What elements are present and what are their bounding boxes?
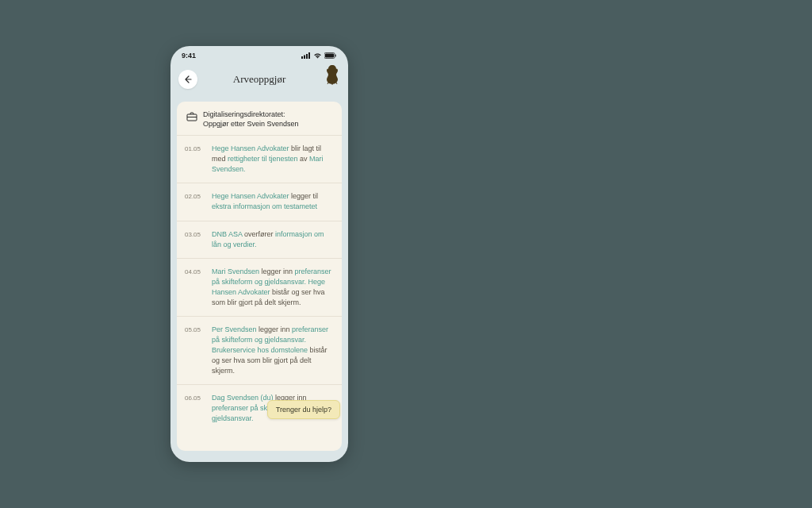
svg-rect-0 [301,56,303,59]
signal-icon [301,52,311,59]
feed-text: av [298,155,310,163]
feed-body: Per Svendsen legger inn preferanser på s… [212,325,328,375]
briefcase-icon [186,110,197,125]
status-time: 9:41 [182,52,196,60]
feed-date: 03.05 [185,230,201,240]
feed-text: legger inn [259,267,295,275]
feed-link[interactable]: ekstra informasjon om testametet [212,202,317,210]
card-header: Digitaliseringsdirektoratet: Oppgjør ett… [177,102,342,136]
feed-body: DNB ASA overfører informasjon om lån og … [212,230,324,248]
feed-item[interactable]: 05.05Per Svendsen legger inn preferanser… [177,317,342,385]
feed-item[interactable]: 04.05Mari Svendsen legger inn preferanse… [177,259,342,317]
feed-date: 06.05 [185,394,201,403]
feed-link[interactable]: Mari Svendsen [212,267,259,275]
card-header-line1: Digitaliseringsdirektoratet: [203,110,299,119]
card-header-text: Digitaliseringsdirektoratet: Oppgjør ett… [203,110,299,129]
feed-link[interactable]: rettigheter til tjenesten [228,155,298,163]
svg-rect-1 [304,56,305,60]
status-indicators [301,52,337,59]
feed-date: 02.05 [185,192,201,202]
svg-rect-5 [325,54,334,58]
feed-text: legger til [289,192,319,200]
svg-rect-3 [308,52,310,59]
feed-body: Hege Hansen Advokater blir lagt til med … [212,144,324,173]
feed-link[interactable]: DNB ASA [212,230,243,238]
wifi-icon [313,52,322,59]
feed-body: Mari Svendsen legger inn preferanser på … [212,267,331,306]
help-bubble[interactable]: Trenger du hjelp? [267,400,340,419]
feed-link[interactable]: Brukerservice hos domstolene [212,346,308,354]
svg-rect-2 [306,54,308,59]
feed-item[interactable]: 02.05Hege Hansen Advokater legger til ek… [177,183,342,221]
status-bar: 9:41 [170,46,348,65]
feed-text: overfører [243,230,276,238]
activity-feed[interactable]: 01.05Hege Hansen Advokater blir lagt til… [177,136,342,432]
svg-rect-6 [335,55,336,57]
feed-date: 01.05 [185,144,201,154]
feed-link[interactable]: Per Svendsen [212,325,257,333]
page-title: Arveoppgjør [170,73,348,86]
feed-link[interactable]: Hege Hansen Advokater [212,144,289,152]
feed-link[interactable]: Hege Hansen Advokater [212,192,289,200]
card-header-line2: Oppgjør etter Svein Svendsen [203,119,299,129]
feed-date: 05.05 [185,325,201,335]
feed-date: 04.05 [185,267,201,277]
feed-item[interactable]: 01.05Hege Hansen Advokater blir lagt til… [177,136,342,183]
phone-frame: 9:41 Arveoppgj [170,46,348,462]
feed-item[interactable]: 03.05DNB ASA overfører informasjon om lå… [177,221,342,259]
activity-card: Digitaliseringsdirektoratet: Oppgjør ett… [177,102,342,451]
battery-icon [324,52,337,59]
feed-link[interactable]: Dag Svendsen (du) [212,394,274,402]
page-header: Arveoppgjør [170,65,348,102]
feed-body: Hege Hansen Advokater legger til ekstra … [212,192,318,210]
feed-text: legger inn [257,325,293,333]
crest-icon [323,64,342,86]
